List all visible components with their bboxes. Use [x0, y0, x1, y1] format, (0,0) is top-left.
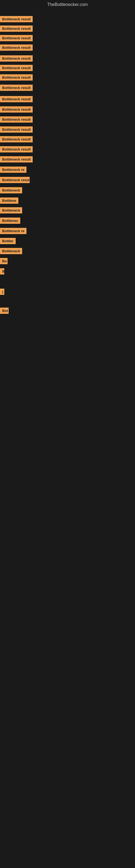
- bottleneck-result-item: Bo: [0, 258, 8, 265]
- bottleneck-badge-11[interactable]: Bottleneck result: [0, 116, 33, 123]
- bottleneck-result-item: Bottleneck result: [0, 146, 33, 154]
- bottleneck-result-item: Bottleneck result: [0, 106, 33, 114]
- bottleneck-result-item: Bottleneck result: [0, 26, 33, 33]
- bottleneck-result-item: Bottleneck: [0, 248, 22, 255]
- bottleneck-badge-4[interactable]: Bottleneck result: [0, 44, 33, 51]
- bottleneck-badge-22[interactable]: Bottleneck re: [0, 228, 27, 234]
- bottleneck-badge-5[interactable]: Bottleneck result: [0, 55, 33, 62]
- bottleneck-badge-21[interactable]: Bottlenec: [0, 218, 20, 224]
- bottleneck-result-item: Bottleneck result: [0, 116, 33, 124]
- bottleneck-result-item: Bottleneck result: [0, 126, 33, 134]
- bottleneck-badge-8[interactable]: Bottleneck result: [0, 85, 33, 91]
- bottleneck-result-item: Bottleneck result: [0, 74, 33, 82]
- bottleneck-result-item: Bottleneck result: [0, 55, 33, 63]
- bottleneck-result-item: |: [0, 289, 4, 296]
- bottleneck-result-item: Bottleneck: [0, 207, 22, 215]
- bottleneck-badge-13[interactable]: Bottleneck result: [0, 136, 33, 143]
- bottleneck-badge-26[interactable]: B: [0, 268, 4, 275]
- bottleneck-result-item: Bottleneck result: [0, 156, 33, 163]
- bottleneck-result-item: Bottlene: [0, 197, 18, 205]
- bottleneck-result-item: Bottleneck resul: [0, 177, 30, 184]
- bottleneck-badge-3[interactable]: Bottleneck result: [0, 35, 33, 41]
- bottleneck-badge-9[interactable]: Bottleneck result: [0, 96, 33, 102]
- bottleneck-badge-23[interactable]: Bottler: [0, 238, 16, 244]
- bottleneck-result-item: Bottleneck result: [0, 136, 33, 144]
- bottleneck-result-item: Bottleneck re: [0, 228, 27, 235]
- bottleneck-badge-14[interactable]: Bottleneck result: [0, 146, 33, 152]
- bottleneck-badge-6[interactable]: Bottleneck result: [0, 65, 33, 71]
- bottleneck-result-item: B: [0, 268, 4, 276]
- bottleneck-result-item: Bottleneck result: [0, 96, 33, 103]
- bottleneck-result-item: Bottleneck result: [0, 16, 33, 23]
- bottleneck-badge-12[interactable]: Bottleneck result: [0, 126, 33, 133]
- bottleneck-badge-16[interactable]: Bottleneck re: [0, 166, 27, 173]
- bottleneck-result-item: Bottleneck result: [0, 35, 33, 42]
- bottleneck-result-item: Bottleneck result: [0, 44, 33, 52]
- site-title: TheBottlenecker.com: [0, 0, 135, 9]
- bottleneck-badge-20[interactable]: Bottleneck: [0, 207, 22, 214]
- bottleneck-badge-27[interactable]: |: [0, 289, 4, 295]
- bottleneck-badge-24[interactable]: Bottleneck: [0, 248, 22, 254]
- bottleneck-badge-1[interactable]: Bottleneck result: [0, 16, 33, 22]
- bottleneck-badge-19[interactable]: Bottlene: [0, 197, 18, 204]
- bottleneck-badge-15[interactable]: Bottleneck result: [0, 156, 33, 162]
- bottleneck-result-item: Bottler: [0, 238, 16, 245]
- bottleneck-badge-18[interactable]: Bottleneck: [0, 187, 22, 193]
- bottleneck-badge-7[interactable]: Bottleneck result: [0, 74, 33, 81]
- bottleneck-result-item: Bottleneck result: [0, 65, 33, 72]
- bottleneck-badge-2[interactable]: Bottleneck result: [0, 26, 33, 32]
- bottleneck-result-item: Bottleneck re: [0, 166, 27, 174]
- bottleneck-result-item: Bottleneck: [0, 187, 22, 194]
- bottleneck-badge-28[interactable]: Bot: [0, 308, 9, 314]
- bottleneck-badge-10[interactable]: Bottleneck result: [0, 106, 33, 113]
- bottleneck-result-item: Bot: [0, 308, 9, 315]
- bottleneck-badge-25[interactable]: Bo: [0, 258, 8, 264]
- bottleneck-result-item: Bottleneck result: [0, 85, 33, 92]
- bottleneck-badge-17[interactable]: Bottleneck resul: [0, 177, 30, 183]
- bottleneck-result-item: Bottlenec: [0, 218, 20, 225]
